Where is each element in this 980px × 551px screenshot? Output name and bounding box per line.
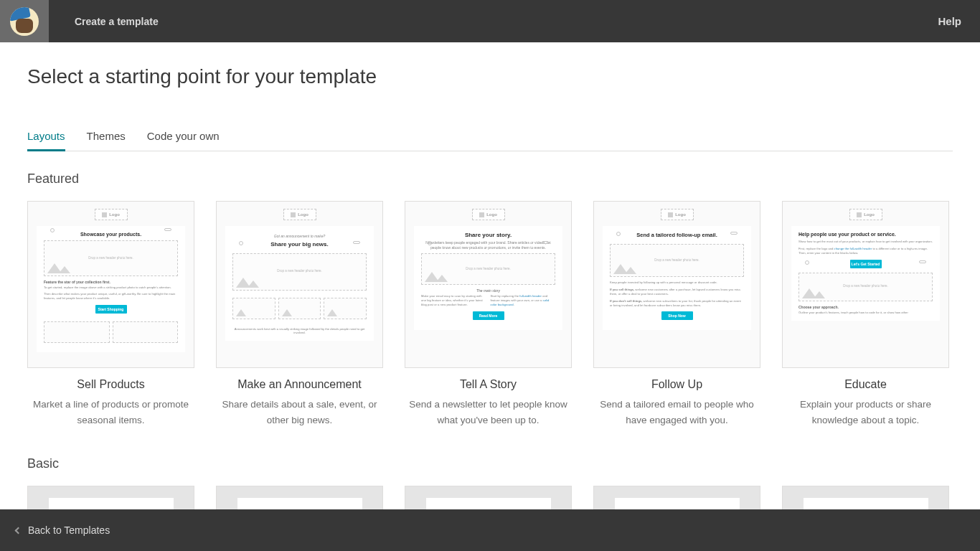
- template-desc: Market a line of products or promote sea…: [27, 397, 194, 428]
- thumb-cta-button: Start Shopping: [95, 305, 127, 314]
- template-desc: Send a tailored email to people who have…: [593, 397, 760, 428]
- app-logo[interactable]: [0, 0, 49, 42]
- template-title: Make an Announcement: [216, 378, 383, 391]
- template-thumb[interactable]: [27, 486, 194, 509]
- featured-grid: Logo Showcase your products. Drop a new …: [27, 201, 953, 428]
- template-thumb[interactable]: Logo Help people use your product or ser…: [782, 201, 949, 368]
- thumb-cta-button: Shop Now: [661, 311, 693, 320]
- template-desc: Send a newsletter to let people know wha…: [405, 397, 572, 428]
- basic-grid: [27, 486, 953, 509]
- template-card-sell-products: Logo Showcase your products. Drop a new …: [27, 201, 194, 428]
- template-card-basic: [216, 486, 383, 509]
- thumb-cta-button: Let's Get Started: [850, 260, 882, 268]
- tab-layouts[interactable]: Layouts: [27, 123, 65, 151]
- template-thumb[interactable]: Logo Showcase your products. Drop a new …: [27, 201, 194, 368]
- thumb-cta-button: Read More: [473, 311, 504, 320]
- template-title: Sell Products: [27, 378, 194, 391]
- template-card-tell-a-story: Logo Share your story. Newsletters keep …: [405, 201, 572, 428]
- template-thumb[interactable]: [593, 486, 760, 509]
- template-card-basic: [593, 486, 760, 509]
- app-header: Create a template Help: [0, 0, 980, 42]
- tab-bar: Layouts Themes Code your own: [27, 123, 953, 151]
- section-featured-title: Featured: [27, 171, 953, 187]
- thumb-heading: Showcase your products.: [44, 232, 178, 237]
- logo-placeholder-icon: Logo: [849, 209, 882, 220]
- template-title: Educate: [782, 378, 949, 391]
- template-desc: Explain your products or share knowledge…: [782, 397, 949, 428]
- header-left: Create a template: [0, 0, 159, 42]
- template-card-basic: [782, 486, 949, 509]
- logo-placeholder-icon: Logo: [661, 209, 694, 220]
- logo-placeholder-icon: Logo: [95, 209, 128, 220]
- logo-icon: [10, 7, 39, 36]
- template-title: Follow Up: [593, 378, 760, 391]
- tab-themes[interactable]: Themes: [87, 123, 126, 151]
- template-card-make-announcement: Logo Got an announcement to make? Share …: [216, 201, 383, 428]
- template-card-educate: Logo Help people use your product or ser…: [782, 201, 949, 428]
- page-title: Select a starting point for your templat…: [27, 65, 953, 88]
- help-link[interactable]: Help: [938, 15, 980, 27]
- template-thumb[interactable]: [216, 486, 383, 509]
- template-card-basic: [27, 486, 194, 509]
- template-thumb[interactable]: Logo Got an announcement to make? Share …: [216, 201, 383, 368]
- logo-placeholder-icon: Logo: [283, 209, 316, 220]
- template-card-follow-up: Logo Send a tailored follow-up email. Dr…: [593, 201, 760, 428]
- template-thumb[interactable]: Logo Send a tailored follow-up email. Dr…: [593, 201, 760, 368]
- section-basic-title: Basic: [27, 456, 953, 471]
- tab-code-your-own[interactable]: Code your own: [147, 123, 220, 151]
- main-content: Select a starting point for your templat…: [4, 42, 976, 509]
- template-thumb[interactable]: [405, 486, 572, 509]
- template-thumb[interactable]: [782, 486, 949, 509]
- template-desc: Share details about a sale, event, or ot…: [216, 397, 383, 428]
- template-thumb[interactable]: Logo Share your story. Newsletters keep …: [405, 201, 572, 368]
- logo-placeholder-icon: Logo: [472, 209, 505, 220]
- page-context-title: Create a template: [49, 16, 159, 27]
- template-title: Tell A Story: [405, 378, 572, 391]
- template-card-basic: [405, 486, 572, 509]
